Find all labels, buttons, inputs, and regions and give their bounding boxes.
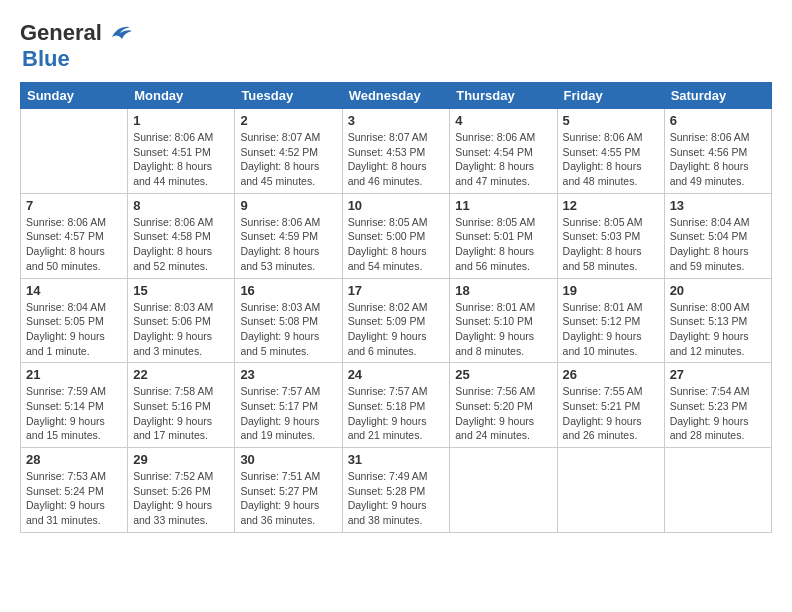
sunrise-text: Sunrise: 8:07 AM [348, 130, 445, 145]
day-number: 16 [240, 283, 336, 298]
day-info: Sunrise: 8:06 AMSunset: 4:58 PMDaylight:… [133, 215, 229, 274]
day-number: 3 [348, 113, 445, 128]
day-info: Sunrise: 8:06 AMSunset: 4:55 PMDaylight:… [563, 130, 659, 189]
sunrise-text: Sunrise: 8:05 AM [455, 215, 551, 230]
calendar-table: SundayMondayTuesdayWednesdayThursdayFrid… [20, 82, 772, 533]
day-info: Sunrise: 7:57 AMSunset: 5:18 PMDaylight:… [348, 384, 445, 443]
daylight-text: Daylight: 9 hours and 12 minutes. [670, 329, 766, 358]
sunset-text: Sunset: 5:00 PM [348, 229, 445, 244]
logo-text-blue: Blue [22, 46, 70, 71]
day-number: 15 [133, 283, 229, 298]
day-number: 30 [240, 452, 336, 467]
sunset-text: Sunset: 5:23 PM [670, 399, 766, 414]
sunrise-text: Sunrise: 8:06 AM [455, 130, 551, 145]
week-row-4: 21Sunrise: 7:59 AMSunset: 5:14 PMDayligh… [21, 363, 772, 448]
sunrise-text: Sunrise: 8:01 AM [563, 300, 659, 315]
sunset-text: Sunset: 4:53 PM [348, 145, 445, 160]
daylight-text: Daylight: 9 hours and 19 minutes. [240, 414, 336, 443]
sunrise-text: Sunrise: 7:51 AM [240, 469, 336, 484]
sunset-text: Sunset: 4:56 PM [670, 145, 766, 160]
calendar-cell: 5Sunrise: 8:06 AMSunset: 4:55 PMDaylight… [557, 109, 664, 194]
sunrise-text: Sunrise: 7:54 AM [670, 384, 766, 399]
daylight-text: Daylight: 9 hours and 10 minutes. [563, 329, 659, 358]
sunset-text: Sunset: 5:04 PM [670, 229, 766, 244]
calendar-cell [664, 448, 771, 533]
day-number: 12 [563, 198, 659, 213]
daylight-text: Daylight: 8 hours and 47 minutes. [455, 159, 551, 188]
day-info: Sunrise: 8:06 AMSunset: 4:56 PMDaylight:… [670, 130, 766, 189]
day-number: 8 [133, 198, 229, 213]
day-number: 9 [240, 198, 336, 213]
sunset-text: Sunset: 5:20 PM [455, 399, 551, 414]
day-number: 5 [563, 113, 659, 128]
daylight-text: Daylight: 8 hours and 48 minutes. [563, 159, 659, 188]
sunset-text: Sunset: 5:28 PM [348, 484, 445, 499]
col-header-tuesday: Tuesday [235, 83, 342, 109]
day-info: Sunrise: 8:03 AMSunset: 5:06 PMDaylight:… [133, 300, 229, 359]
day-info: Sunrise: 8:07 AMSunset: 4:53 PMDaylight:… [348, 130, 445, 189]
daylight-text: Daylight: 8 hours and 52 minutes. [133, 244, 229, 273]
day-info: Sunrise: 8:07 AMSunset: 4:52 PMDaylight:… [240, 130, 336, 189]
day-info: Sunrise: 8:01 AMSunset: 5:12 PMDaylight:… [563, 300, 659, 359]
daylight-text: Daylight: 8 hours and 44 minutes. [133, 159, 229, 188]
daylight-text: Daylight: 9 hours and 36 minutes. [240, 498, 336, 527]
sunrise-text: Sunrise: 8:07 AM [240, 130, 336, 145]
sunset-text: Sunset: 5:27 PM [240, 484, 336, 499]
day-info: Sunrise: 8:06 AMSunset: 4:59 PMDaylight:… [240, 215, 336, 274]
calendar-cell: 19Sunrise: 8:01 AMSunset: 5:12 PMDayligh… [557, 278, 664, 363]
page-header: General Blue [20, 20, 772, 72]
day-info: Sunrise: 8:04 AMSunset: 5:05 PMDaylight:… [26, 300, 122, 359]
day-number: 27 [670, 367, 766, 382]
calendar-cell: 29Sunrise: 7:52 AMSunset: 5:26 PMDayligh… [128, 448, 235, 533]
calendar-cell: 22Sunrise: 7:58 AMSunset: 5:16 PMDayligh… [128, 363, 235, 448]
sunrise-text: Sunrise: 7:49 AM [348, 469, 445, 484]
daylight-text: Daylight: 8 hours and 46 minutes. [348, 159, 445, 188]
calendar-cell: 14Sunrise: 8:04 AMSunset: 5:05 PMDayligh… [21, 278, 128, 363]
sunrise-text: Sunrise: 7:53 AM [26, 469, 122, 484]
sunrise-text: Sunrise: 8:04 AM [670, 215, 766, 230]
col-header-monday: Monday [128, 83, 235, 109]
day-info: Sunrise: 7:55 AMSunset: 5:21 PMDaylight:… [563, 384, 659, 443]
daylight-text: Daylight: 9 hours and 6 minutes. [348, 329, 445, 358]
day-info: Sunrise: 7:54 AMSunset: 5:23 PMDaylight:… [670, 384, 766, 443]
calendar-cell: 13Sunrise: 8:04 AMSunset: 5:04 PMDayligh… [664, 193, 771, 278]
sunset-text: Sunset: 5:12 PM [563, 314, 659, 329]
calendar-cell: 9Sunrise: 8:06 AMSunset: 4:59 PMDaylight… [235, 193, 342, 278]
day-number: 21 [26, 367, 122, 382]
week-row-3: 14Sunrise: 8:04 AMSunset: 5:05 PMDayligh… [21, 278, 772, 363]
logo-text-general: General [20, 20, 102, 46]
calendar-cell: 27Sunrise: 7:54 AMSunset: 5:23 PMDayligh… [664, 363, 771, 448]
sunrise-text: Sunrise: 8:03 AM [240, 300, 336, 315]
sunrise-text: Sunrise: 8:04 AM [26, 300, 122, 315]
daylight-text: Daylight: 9 hours and 28 minutes. [670, 414, 766, 443]
sunset-text: Sunset: 4:54 PM [455, 145, 551, 160]
calendar-cell: 1Sunrise: 8:06 AMSunset: 4:51 PMDaylight… [128, 109, 235, 194]
day-info: Sunrise: 8:04 AMSunset: 5:04 PMDaylight:… [670, 215, 766, 274]
day-number: 31 [348, 452, 445, 467]
day-info: Sunrise: 8:05 AMSunset: 5:03 PMDaylight:… [563, 215, 659, 274]
sunset-text: Sunset: 5:06 PM [133, 314, 229, 329]
sunset-text: Sunset: 5:14 PM [26, 399, 122, 414]
daylight-text: Daylight: 9 hours and 3 minutes. [133, 329, 229, 358]
calendar-cell: 7Sunrise: 8:06 AMSunset: 4:57 PMDaylight… [21, 193, 128, 278]
sunset-text: Sunset: 5:05 PM [26, 314, 122, 329]
day-number: 13 [670, 198, 766, 213]
day-info: Sunrise: 7:59 AMSunset: 5:14 PMDaylight:… [26, 384, 122, 443]
sunset-text: Sunset: 4:51 PM [133, 145, 229, 160]
day-info: Sunrise: 8:01 AMSunset: 5:10 PMDaylight:… [455, 300, 551, 359]
calendar-cell [450, 448, 557, 533]
calendar-cell: 6Sunrise: 8:06 AMSunset: 4:56 PMDaylight… [664, 109, 771, 194]
sunrise-text: Sunrise: 7:55 AM [563, 384, 659, 399]
daylight-text: Daylight: 8 hours and 45 minutes. [240, 159, 336, 188]
week-row-2: 7Sunrise: 8:06 AMSunset: 4:57 PMDaylight… [21, 193, 772, 278]
day-number: 26 [563, 367, 659, 382]
day-info: Sunrise: 7:58 AMSunset: 5:16 PMDaylight:… [133, 384, 229, 443]
calendar-cell: 15Sunrise: 8:03 AMSunset: 5:06 PMDayligh… [128, 278, 235, 363]
sunrise-text: Sunrise: 8:05 AM [563, 215, 659, 230]
col-header-thursday: Thursday [450, 83, 557, 109]
daylight-text: Daylight: 9 hours and 38 minutes. [348, 498, 445, 527]
calendar-cell: 28Sunrise: 7:53 AMSunset: 5:24 PMDayligh… [21, 448, 128, 533]
col-header-friday: Friday [557, 83, 664, 109]
sunset-text: Sunset: 4:57 PM [26, 229, 122, 244]
calendar-cell [557, 448, 664, 533]
